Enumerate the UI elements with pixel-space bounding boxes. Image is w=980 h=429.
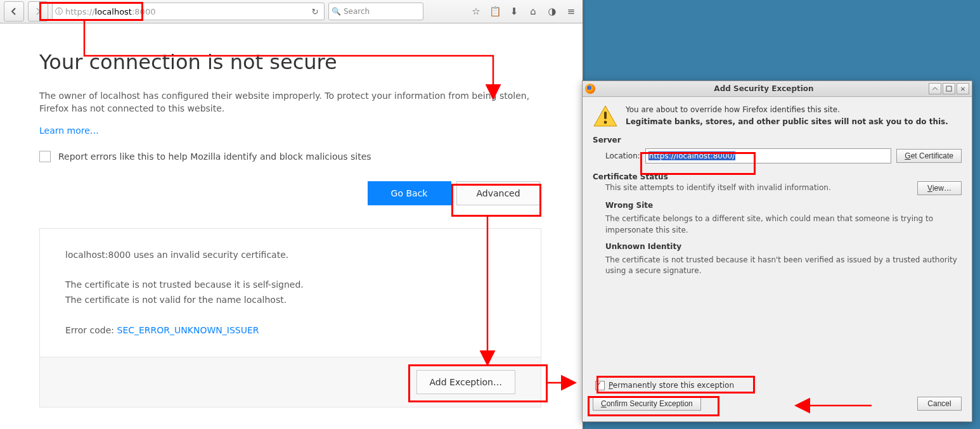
location-value: https://localhost:8000/ xyxy=(648,151,736,160)
warn-line2: Legitimate banks, stores, and other publ… xyxy=(626,117,962,127)
search-icon: 🔍 xyxy=(332,7,341,16)
cert-status-heading: Certificate Status xyxy=(593,172,668,181)
location-input[interactable]: https://localhost:8000/ xyxy=(645,148,892,163)
server-heading: Server xyxy=(593,136,962,144)
wrong-site-heading: Wrong Site xyxy=(605,201,962,210)
dialog-titlebar[interactable]: Add Security Exception ✕ xyxy=(583,81,972,97)
learn-more-link[interactable]: Learn more… xyxy=(39,125,583,136)
reload-icon[interactable]: ↻ xyxy=(309,7,321,16)
get-certificate-button[interactable]: Get Certificate xyxy=(896,149,962,163)
go-back-button[interactable]: Go Back xyxy=(368,181,451,205)
firefox-icon xyxy=(585,84,595,94)
minimize-button[interactable] xyxy=(929,83,941,94)
unknown-identity-heading: Unknown Identity xyxy=(605,242,962,251)
url-bar[interactable]: ⓘ https://localhost:8000 ↻ xyxy=(52,3,325,20)
browser-toolbar: ⓘ https://localhost:8000 ↻ 🔍 Search ☆ 📋 … xyxy=(0,0,583,23)
report-checkbox[interactable] xyxy=(39,151,51,162)
confirm-security-exception-button[interactable]: Confirm Security Exception xyxy=(593,397,701,411)
downloads-icon[interactable]: ⬇ xyxy=(506,4,522,19)
cert-status-desc: This site attempts to identify itself wi… xyxy=(605,182,831,193)
adv-line2: The certificate is not trusted because i… xyxy=(65,278,515,293)
forward-button[interactable] xyxy=(28,1,48,22)
advanced-button[interactable]: Advanced xyxy=(456,181,540,205)
add-exception-button[interactable]: Add Exception… xyxy=(416,370,515,394)
search-bar[interactable]: 🔍 Search xyxy=(328,3,423,20)
wrong-site-desc: The certificate belongs to a different s… xyxy=(605,214,962,236)
page-title: Your connection is not secure xyxy=(39,50,583,74)
error-page: Your connection is not secure The owner … xyxy=(0,23,583,407)
error-code-label: Error code: xyxy=(65,325,117,335)
info-icon: ⓘ xyxy=(55,6,63,17)
firefox-window: ⓘ https://localhost:8000 ↻ 🔍 Search ☆ 📋 … xyxy=(0,0,584,429)
dialog-title: Add Security Exception xyxy=(600,84,927,93)
home-icon[interactable]: ⌂ xyxy=(525,4,541,19)
permanently-store-checkbox[interactable] xyxy=(595,381,605,390)
view-button[interactable]: View… xyxy=(917,181,962,195)
warn-line1: You are about to override how Firefox id… xyxy=(626,105,962,115)
maximize-button[interactable] xyxy=(943,83,955,94)
search-placeholder: Search xyxy=(344,7,370,16)
report-label: Report errors like this to help Mozilla … xyxy=(58,151,371,162)
permanently-store-label: Permanently store this exception xyxy=(609,381,734,390)
cancel-button[interactable]: Cancel xyxy=(917,397,962,411)
warning-icon xyxy=(593,105,618,127)
svg-point-2 xyxy=(604,121,607,124)
bookmark-star-icon[interactable]: ☆ xyxy=(468,4,484,19)
svg-rect-1 xyxy=(604,112,607,119)
pocket-icon[interactable]: ◑ xyxy=(545,4,560,19)
location-label: Location: xyxy=(605,151,640,160)
unknown-identity-desc: The certificate is not trusted because i… xyxy=(605,255,962,277)
add-security-exception-dialog: Add Security Exception ✕ You are about t… xyxy=(582,80,972,422)
error-code-link[interactable]: SEC_ERROR_UNKNOWN_ISSUER xyxy=(117,325,259,335)
close-button[interactable]: ✕ xyxy=(957,83,969,94)
error-description: The owner of localhost has configured th… xyxy=(39,89,546,115)
menu-icon[interactable]: ≡ xyxy=(564,4,579,19)
adv-line3: The certificate is not valid for the nam… xyxy=(65,293,515,308)
url-text: https://localhost:8000 xyxy=(65,7,306,16)
back-button[interactable] xyxy=(4,1,24,22)
adv-line1: localhost:8000 uses an invalid security … xyxy=(65,248,515,263)
clipboard-icon[interactable]: 📋 xyxy=(487,4,503,19)
advanced-panel: localhost:8000 uses an invalid security … xyxy=(39,228,541,408)
svg-rect-0 xyxy=(946,86,951,91)
